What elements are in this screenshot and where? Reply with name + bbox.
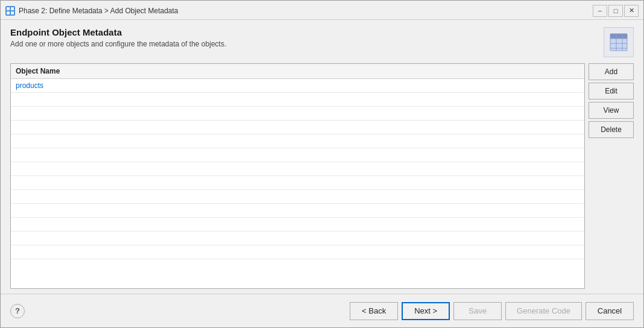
maximize-button[interactable]: □ <box>608 5 623 17</box>
page-title: Endpoint Object Metadata <box>10 27 604 37</box>
table-icon <box>609 33 628 52</box>
cancel-button[interactable]: Cancel <box>586 302 634 320</box>
table-container: Object Name products <box>10 63 585 289</box>
title-bar-controls: − □ ✕ <box>593 5 639 17</box>
view-button[interactable]: View <box>589 102 634 119</box>
main-window: Phase 2: Define Metadata > Add Object Me… <box>0 0 644 328</box>
title-bar-text: Phase 2: Define Metadata > Add Object Me… <box>19 7 178 15</box>
table-row[interactable] <box>11 93 584 107</box>
table-row[interactable] <box>11 134 584 148</box>
help-button[interactable]: ? <box>10 304 25 318</box>
minimize-button[interactable]: − <box>593 5 607 17</box>
table-row[interactable] <box>11 190 584 204</box>
footer-left: ? <box>10 304 25 318</box>
table-row[interactable] <box>11 162 584 176</box>
header-text: Endpoint Object Metadata Add one or more… <box>10 27 604 48</box>
add-button[interactable]: Add <box>589 63 634 80</box>
table-row[interactable] <box>11 232 584 245</box>
close-button[interactable]: ✕ <box>624 5 639 17</box>
delete-button[interactable]: Delete <box>589 121 634 138</box>
table-row[interactable] <box>11 204 584 218</box>
next-button[interactable]: Next > <box>402 302 450 320</box>
main-panel: Object Name products Add Edit View Delet… <box>10 63 634 289</box>
table-row[interactable] <box>11 121 584 134</box>
edit-button[interactable]: Edit <box>589 83 634 99</box>
table-column-header: Object Name <box>11 64 584 79</box>
header-section: Endpoint Object Metadata Add one or more… <box>10 27 634 57</box>
svg-rect-4 <box>11 11 14 14</box>
svg-rect-1 <box>7 7 10 10</box>
generate-code-button[interactable]: Generate Code <box>505 302 582 320</box>
table-row[interactable] <box>11 218 584 232</box>
svg-rect-6 <box>610 34 627 39</box>
side-buttons: Add Edit View Delete <box>589 63 634 289</box>
svg-rect-2 <box>11 7 14 10</box>
footer: ? < Back Next > Save Generate Code Cance… <box>1 294 643 327</box>
table-body: products <box>11 79 584 288</box>
page-subtitle: Add one or more objects and configure th… <box>10 40 604 48</box>
content-area: Endpoint Object Metadata Add one or more… <box>1 20 643 294</box>
table-row[interactable]: products <box>11 79 584 93</box>
table-row[interactable] <box>11 245 584 259</box>
app-icon <box>5 6 15 16</box>
back-button[interactable]: < Back <box>350 302 398 320</box>
table-row[interactable] <box>11 148 584 162</box>
table-row[interactable] <box>11 176 584 190</box>
header-icon-container <box>604 27 634 57</box>
svg-rect-3 <box>7 11 10 14</box>
footer-right: < Back Next > Save Generate Code Cancel <box>350 302 634 320</box>
save-button[interactable]: Save <box>453 302 502 320</box>
table-row[interactable] <box>11 107 584 121</box>
title-bar-left: Phase 2: Define Metadata > Add Object Me… <box>5 6 178 16</box>
title-bar: Phase 2: Define Metadata > Add Object Me… <box>1 1 643 20</box>
